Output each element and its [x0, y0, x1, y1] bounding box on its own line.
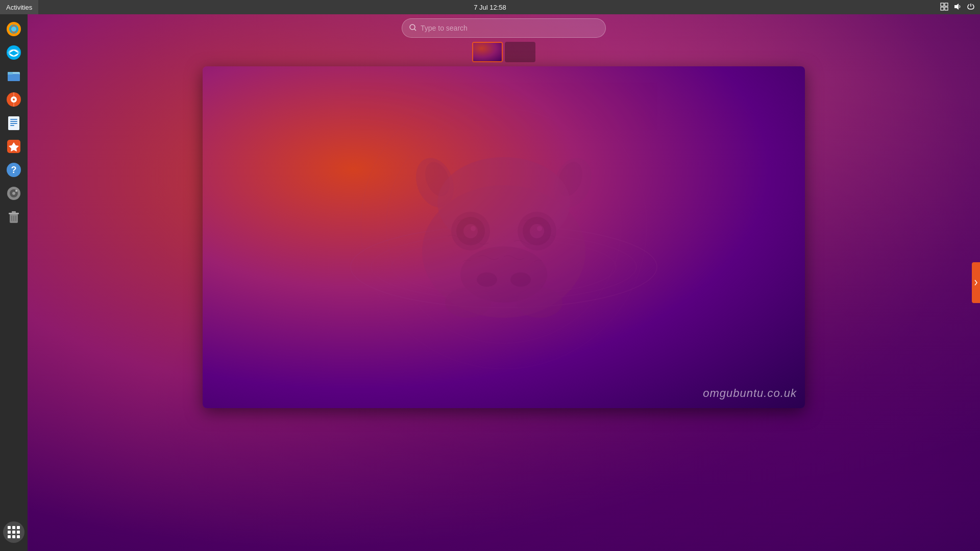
watermark-text: omgubuntu.co.uk: [703, 387, 797, 400]
svg-rect-19: [10, 121, 17, 122]
grid-dots-icon: [8, 526, 20, 538]
svg-point-15: [13, 98, 15, 101]
show-apps-button[interactable]: [3, 521, 24, 543]
svg-point-29: [15, 190, 17, 192]
sidebar-item-disk[interactable]: [3, 183, 24, 204]
workspace-thumb-2[interactable]: [505, 42, 535, 62]
activities-overlay: omgubuntu.co.uk: [28, 14, 980, 551]
svg-text:?: ?: [11, 165, 17, 175]
svg-rect-0: [941, 3, 944, 6]
right-edge-button[interactable]: [972, 262, 980, 303]
sidebar: ?: [0, 14, 28, 551]
wallpaper-window-background: omgubuntu.co.uk: [203, 66, 805, 408]
sidebar-item-app-center[interactable]: [3, 136, 24, 157]
svg-point-59: [510, 272, 531, 287]
svg-point-7: [11, 27, 16, 32]
svg-rect-12: [8, 72, 13, 74]
workspace-switcher: [472, 42, 535, 62]
sidebar-item-trash[interactable]: [3, 206, 24, 228]
sidebar-item-rhythmbox[interactable]: [3, 89, 24, 110]
svg-rect-21: [10, 125, 14, 126]
svg-point-60: [445, 287, 491, 318]
clock-display: 7 Jul 12:58: [474, 4, 506, 11]
hippo-illustration: [346, 104, 662, 371]
system-tray: [939, 0, 976, 14]
window-area: omgubuntu.co.uk: [203, 66, 805, 408]
workspace-thumb-1[interactable]: [472, 42, 503, 62]
power-icon[interactable]: [966, 3, 976, 12]
svg-point-58: [477, 272, 497, 287]
svg-point-56: [537, 226, 542, 231]
sidebar-item-writer[interactable]: [3, 112, 24, 134]
sidebar-item-thunderbird[interactable]: [3, 42, 24, 63]
svg-point-36: [410, 24, 415, 30]
sidebar-item-help[interactable]: ?: [3, 159, 24, 181]
network-icon[interactable]: [939, 3, 949, 12]
desktop: omgubuntu.co.uk: [28, 14, 980, 551]
svg-point-28: [12, 192, 15, 195]
svg-point-55: [530, 224, 544, 238]
wallpaper-window[interactable]: omgubuntu.co.uk: [203, 66, 805, 408]
svg-point-61: [517, 287, 562, 318]
sidebar-item-files[interactable]: [3, 65, 24, 87]
top-bar: Activities 7 Jul 12:58: [0, 0, 980, 14]
svg-line-37: [414, 29, 416, 31]
svg-rect-20: [10, 123, 17, 124]
search-input[interactable]: [421, 24, 598, 32]
sidebar-item-firefox[interactable]: [3, 18, 24, 40]
search-bar[interactable]: [402, 18, 606, 38]
svg-rect-11: [8, 74, 20, 81]
svg-rect-18: [10, 119, 17, 120]
svg-rect-32: [12, 211, 16, 213]
svg-rect-1: [945, 3, 948, 6]
svg-marker-4: [954, 4, 959, 10]
svg-rect-3: [945, 7, 948, 10]
sound-icon[interactable]: [952, 3, 963, 12]
activities-button[interactable]: Activities: [0, 0, 38, 14]
svg-rect-2: [941, 7, 944, 10]
search-container: [402, 18, 606, 38]
svg-point-52: [471, 226, 476, 231]
svg-point-51: [463, 224, 478, 238]
search-icon: [409, 24, 416, 33]
